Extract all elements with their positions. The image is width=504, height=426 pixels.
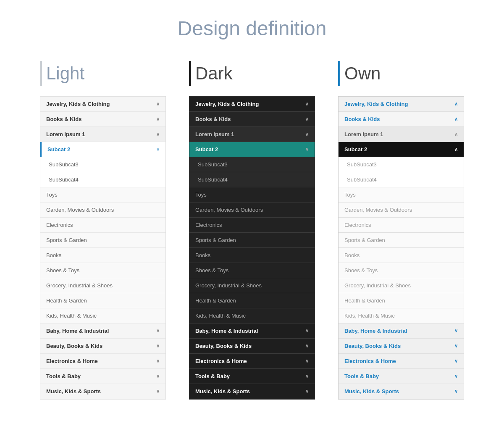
item-label: Beauty, Books & Kids <box>344 343 401 349</box>
list-item[interactable]: Garden, Movies & Outdoors <box>339 202 464 218</box>
list-item[interactable]: Baby, Home & Industrial <box>40 323 165 339</box>
light-menu-list: Jewelry, Kids & Clothing Books & Kids Lo… <box>40 96 166 400</box>
list-item[interactable]: Shoes & Toys <box>40 263 165 278</box>
item-label: Lorem Ipsum 1 <box>46 131 85 137</box>
list-item[interactable]: Jewelry, Kids & Clothing <box>40 97 165 112</box>
item-label: Jewelry, Kids & Clothing <box>344 101 408 107</box>
chevron-down-icon <box>454 343 458 349</box>
list-item[interactable]: Sports & Garden <box>40 233 165 248</box>
list-item[interactable]: Books & Kids <box>40 112 165 127</box>
list-item[interactable]: Lorem Ipsum 1 <box>40 127 165 142</box>
list-item[interactable]: Subcat 2 <box>40 142 165 157</box>
item-label: SubSubcat3 <box>347 161 377 168</box>
list-item[interactable]: Sports & Garden <box>339 233 464 248</box>
item-label: Garden, Movies & Outdoors <box>344 207 412 213</box>
list-item[interactable]: SubSubcat3 <box>339 157 464 172</box>
list-item[interactable]: Music, Kids & Sports <box>339 384 464 399</box>
item-label: SubSubcat4 <box>198 176 228 183</box>
item-label: Electronics <box>195 222 222 228</box>
item-label: SubSubcat4 <box>347 176 377 183</box>
list-item[interactable]: SubSubcat4 <box>339 172 464 187</box>
list-item[interactable]: Tools & Baby <box>339 369 464 384</box>
theme-own: Own Jewelry, Kids & Clothing Books & Kid… <box>338 61 464 400</box>
chevron-down-icon <box>454 358 458 364</box>
chevron-down-icon <box>305 147 309 152</box>
list-item[interactable]: Health & Garden <box>339 293 464 308</box>
list-item[interactable]: Beauty, Books & Kids <box>189 339 315 354</box>
list-item[interactable]: Toys <box>189 187 315 202</box>
chevron-up-icon <box>156 116 160 122</box>
themes-container: Light Jewelry, Kids & Clothing Books & K… <box>0 61 504 416</box>
item-label: SubSubcat3 <box>198 161 228 168</box>
list-item[interactable]: Subcat 2 <box>189 142 315 157</box>
list-item[interactable]: Electronics <box>40 218 165 233</box>
list-item[interactable]: Kids, Health & Music <box>339 308 464 323</box>
list-item[interactable]: Electronics <box>189 218 315 233</box>
item-label: Books <box>46 252 61 258</box>
item-label: SubSubcat3 <box>49 161 79 168</box>
list-item[interactable]: Electronics & Home <box>40 354 165 369</box>
list-item[interactable]: Sports & Garden <box>189 233 315 248</box>
item-label: Shoes & Toys <box>46 267 79 273</box>
item-label: Music, Kids & Sports <box>195 388 250 394</box>
list-item[interactable]: Jewelry, Kids & Clothing <box>189 97 315 112</box>
list-item[interactable]: Beauty, Books & Kids <box>40 339 165 354</box>
item-label: Jewelry, Kids & Clothing <box>195 101 259 107</box>
list-item[interactable]: Shoes & Toys <box>189 263 315 278</box>
list-item[interactable]: Toys <box>339 187 464 202</box>
list-item[interactable]: Shoes & Toys <box>339 263 464 278</box>
list-item[interactable]: Tools & Baby <box>189 369 315 384</box>
list-item[interactable]: Electronics & Home <box>189 354 315 369</box>
list-item[interactable]: SubSubcat4 <box>189 172 315 187</box>
list-item[interactable]: Books <box>339 248 464 263</box>
list-item[interactable]: Baby, Home & Industrial <box>189 323 315 339</box>
list-item[interactable]: Garden, Movies & Outdoors <box>40 202 165 218</box>
list-item[interactable]: Grocery, Industrial & Shoes <box>189 278 315 293</box>
list-item[interactable]: Lorem Ipsum 1 <box>189 127 315 142</box>
list-item[interactable]: Garden, Movies & Outdoors <box>189 202 315 218</box>
chevron-down-icon <box>305 343 309 349</box>
chevron-up-icon <box>454 131 458 137</box>
chevron-down-icon <box>305 328 309 334</box>
list-item[interactable]: Music, Kids & Sports <box>40 384 165 399</box>
chevron-down-icon <box>156 328 160 334</box>
list-item[interactable]: Electronics & Home <box>339 354 464 369</box>
list-item[interactable]: Beauty, Books & Kids <box>339 339 464 354</box>
item-label: Electronics & Home <box>195 358 247 364</box>
list-item[interactable]: Books <box>189 248 315 263</box>
item-label: Electronics <box>46 222 73 228</box>
list-item[interactable]: Books & Kids <box>189 112 315 127</box>
chevron-up-icon <box>305 116 309 122</box>
item-label: Subcat 2 <box>195 146 218 153</box>
list-item[interactable]: Health & Garden <box>40 293 165 308</box>
item-label: Jewelry, Kids & Clothing <box>46 101 110 107</box>
item-label: Tools & Baby <box>46 373 81 379</box>
list-item[interactable]: Electronics <box>339 218 464 233</box>
list-item[interactable]: Grocery, Industrial & Shoes <box>339 278 464 293</box>
theme-own-text: Own <box>344 63 381 84</box>
list-item[interactable]: Subcat 2 <box>339 142 464 157</box>
list-item[interactable]: Toys <box>40 187 165 202</box>
list-item[interactable]: Books <box>40 248 165 263</box>
list-item[interactable]: Jewelry, Kids & Clothing <box>339 97 464 112</box>
list-item[interactable]: Tools & Baby <box>40 369 165 384</box>
list-item[interactable]: SubSubcat3 <box>40 157 165 172</box>
list-item[interactable]: Kids, Health & Music <box>189 308 315 323</box>
theme-own-label: Own <box>338 61 464 86</box>
theme-dark-bar <box>189 61 191 86</box>
list-item[interactable]: Books & Kids <box>339 112 464 127</box>
item-label: Shoes & Toys <box>195 267 228 273</box>
list-item[interactable]: Baby, Home & Industrial <box>339 323 464 339</box>
item-label: Books <box>195 252 210 258</box>
chevron-down-icon <box>156 358 160 364</box>
list-item[interactable]: Grocery, Industrial & Shoes <box>40 278 165 293</box>
list-item[interactable]: SubSubcat3 <box>189 157 315 172</box>
list-item[interactable]: Health & Garden <box>189 293 315 308</box>
list-item[interactable]: SubSubcat4 <box>40 172 165 187</box>
list-item[interactable]: Music, Kids & Sports <box>189 384 315 399</box>
list-item[interactable]: Lorem Ipsum 1 <box>339 127 464 142</box>
list-item[interactable]: Kids, Health & Music <box>40 308 165 323</box>
chevron-down-icon <box>454 373 458 379</box>
chevron-up-icon <box>156 101 160 107</box>
theme-dark-text: Dark <box>195 63 233 84</box>
